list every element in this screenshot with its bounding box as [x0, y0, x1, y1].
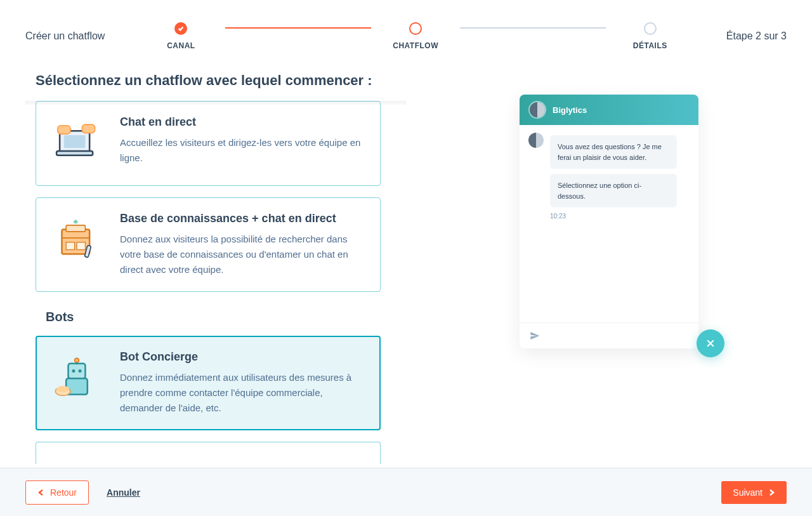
card-partial[interactable] [36, 442, 381, 464]
svg-rect-1 [56, 151, 93, 155]
avatar-icon [528, 133, 544, 148]
next-button[interactable]: Suivant [721, 481, 787, 504]
svg-point-20 [56, 386, 69, 392]
preview-column: Biglytics Vous avez des questions ? Je m… [406, 56, 812, 464]
page-title: Créer un chatflow [25, 30, 105, 42]
cancel-button[interactable]: Annuler [104, 481, 143, 504]
chat-close-button[interactable] [697, 329, 724, 357]
card-desc: Donnez aux visiteurs la possibilité de r… [120, 232, 362, 277]
check-icon [178, 25, 184, 32]
svg-point-15 [79, 369, 82, 373]
chat-input-bar[interactable] [520, 322, 698, 348]
svg-rect-9 [77, 242, 85, 250]
svg-rect-8 [66, 242, 74, 250]
main-content: Sélectionnez un chatflow avec lequel com… [0, 56, 812, 464]
wizard-header: Créer un chatflow CANAL CHATFLOW DÉTAILS… [0, 0, 812, 56]
options-column: Sélectionnez un chatflow avec lequel com… [0, 56, 406, 464]
chat-bot-name: Biglytics [553, 105, 587, 115]
svg-rect-5 [62, 230, 89, 255]
step-track [225, 27, 371, 29]
stepper: CANAL CHATFLOW DÉTAILS [124, 22, 707, 50]
wizard-footer: Retour Annuler Suivant [0, 468, 812, 516]
section-heading: Sélectionnez un chatflow avec lequel com… [36, 72, 406, 89]
svg-point-14 [72, 369, 75, 373]
svg-rect-3 [58, 126, 70, 134]
next-label: Suivant [733, 487, 763, 498]
robot-icon [50, 353, 103, 406]
back-label: Retour [50, 487, 77, 498]
card-desc: Accueillez les visiteurs et dirigez-les … [120, 135, 362, 166]
close-icon [705, 338, 716, 348]
card-kb-live-chat[interactable]: Base de connaissances + chat en direct D… [36, 197, 381, 292]
step-track [460, 27, 606, 29]
svg-rect-6 [66, 225, 85, 232]
cancel-label: Annuler [107, 487, 140, 498]
step-label: DÉTAILS [633, 41, 667, 50]
step-canal[interactable]: CANAL [130, 22, 232, 50]
step-counter: Étape 2 sur 3 [726, 30, 787, 42]
chat-body: Vous avez des questions ? Je me ferai un… [520, 125, 698, 322]
step-details[interactable]: DÉTAILS [599, 22, 701, 50]
step-label: CHATFLOW [393, 41, 438, 50]
avatar-icon [530, 102, 545, 117]
card-live-chat[interactable]: Chat en direct Accueillez les visiteurs … [36, 101, 381, 186]
send-icon [530, 331, 540, 341]
svg-rect-4 [82, 124, 95, 133]
chevron-right-icon [768, 489, 775, 496]
chat-message: Sélectionnez une option ci-dessous. [550, 174, 677, 208]
svg-rect-2 [64, 135, 86, 148]
svg-rect-13 [69, 364, 86, 379]
back-button[interactable]: Retour [25, 480, 89, 505]
card-title: Bot Concierge [120, 349, 362, 365]
chat-timestamp: 10:23 [550, 213, 690, 220]
card-desc: Donnez immédiatement aux utilisateurs de… [120, 370, 362, 416]
chat-message: Vous avez des questions ? Je me ferai un… [550, 135, 677, 169]
chevron-left-icon [37, 489, 45, 496]
card-title: Base de connaissances + chat en direct [120, 211, 362, 227]
knowledge-base-icon [50, 215, 103, 268]
laptop-chat-icon [50, 118, 103, 171]
step-chatflow[interactable]: CHATFLOW [365, 22, 466, 50]
options-scroll[interactable]: Chat en direct Accueillez les visiteurs … [25, 101, 406, 464]
card-bot-concierge[interactable]: Bot Concierge Donnez immédiatement aux u… [36, 336, 381, 430]
step-label: CANAL [167, 41, 195, 50]
bots-section-heading: Bots [46, 310, 381, 324]
chat-header: Biglytics [520, 95, 698, 125]
svg-point-17 [75, 359, 79, 363]
svg-rect-11 [75, 220, 77, 223]
card-title: Chat en direct [120, 114, 362, 130]
chat-preview: Biglytics Vous avez des questions ? Je m… [520, 95, 698, 348]
